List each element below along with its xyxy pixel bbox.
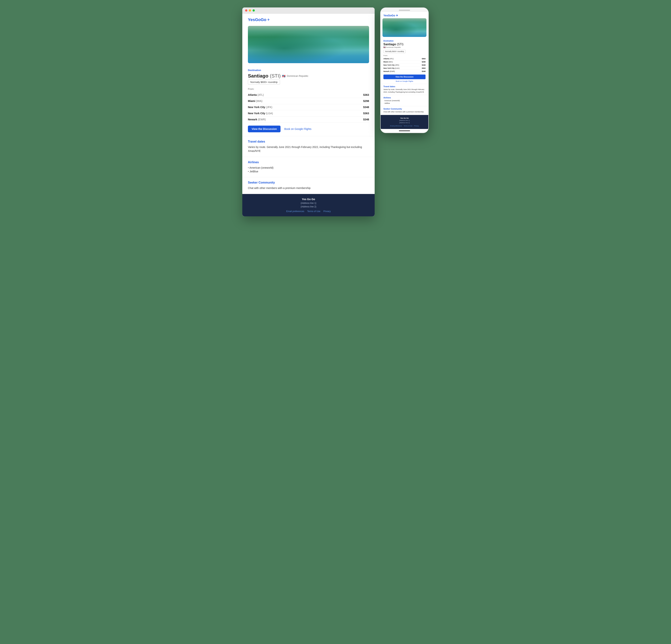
phone-flight-price: $363: [422, 58, 426, 60]
phone-footer-line1: {Address line 1}: [399, 120, 410, 121]
terms-of-use-link[interactable]: Terms of Use: [307, 210, 320, 212]
flight-city: New York City: [248, 106, 265, 108]
seeker-community-title: Seeker Community: [248, 181, 369, 184]
travel-dates-title: Travel dates: [248, 140, 369, 143]
flight-origin: Atlanta (ATL): [248, 93, 264, 96]
phone-view-discussion-button[interactable]: View the Discussion: [383, 75, 426, 79]
destination-code: (STI): [270, 73, 281, 79]
desktop-browser: YesGoGo ✈ Destination Santiago (STI) 🇩🇴: [242, 8, 375, 216]
footer-company: Yes Go Go: [248, 198, 369, 201]
flight-code: (EWR): [258, 118, 266, 121]
logo-area: YesGoGo ✈: [242, 14, 375, 24]
airline-item: American (oneworld): [248, 166, 369, 170]
flight-origin: New York City (JFK): [248, 106, 272, 108]
flight-code: (MIA): [256, 100, 263, 103]
flight-origin: Newark (EWR): [248, 118, 266, 121]
flight-price: $363: [363, 93, 369, 96]
phone-logo-text: YesGoGo ✈: [383, 14, 398, 17]
flight-city: Newark: [248, 118, 257, 121]
airline-item: JetBlue: [248, 170, 369, 173]
phone-destination-label: Destination: [383, 40, 426, 42]
flight-origin: Miami (MIA): [248, 100, 263, 103]
seeker-community-text: Chat with other members with a premium m…: [248, 186, 369, 190]
phone-code: (STI): [397, 43, 404, 46]
email-content: YesGoGo ✈ Destination Santiago (STI) 🇩🇴: [242, 14, 375, 216]
phone-footer-line2: {Address line 2}: [399, 122, 410, 124]
phone-privacy-link[interactable]: Privacy: [414, 125, 419, 127]
footer-address: {Address line 1} {Address line 2}: [248, 202, 369, 208]
phone-price-badge: Normally $600+ roundtrip: [383, 50, 406, 53]
phone-country: 🇩🇴 Dominican Republic: [383, 47, 426, 48]
email-body: YesGoGo ✈ Destination Santiago (STI) 🇩🇴: [242, 14, 375, 216]
seeker-community-section: Seeker Community Chat with other members…: [242, 177, 375, 194]
phone-airlines-text: · American (oneworld)· JetBlue: [383, 100, 426, 104]
browser-dot-red[interactable]: [245, 9, 247, 12]
phone-destination-section: Destination Santiago (STI) 🇩🇴 Dominican …: [381, 38, 428, 84]
travel-dates-section: Travel dates Varies by route. Generally …: [242, 136, 375, 157]
destination-country: Dominican Republic: [287, 75, 308, 77]
destination-section: Destination Santiago (STI) 🇩🇴 Dominican …: [242, 65, 375, 136]
destination-label: Destination: [248, 69, 369, 72]
flight-city: New York City: [248, 112, 265, 115]
flight-price: $298: [363, 100, 369, 103]
phone-flight-row: New York City (JFK) $348: [383, 64, 426, 67]
phone-footer-company: Yes Go Go: [383, 117, 426, 119]
destination-city: Santiago: [248, 73, 268, 79]
phone-email-prefs-link[interactable]: Email preferences: [390, 125, 402, 127]
destination-flag: 🇩🇴: [282, 75, 286, 78]
home-bar-indicator: [399, 130, 410, 131]
logo-plane-icon: ✈: [267, 18, 270, 22]
phone-logo-area: YesGoGo ✈: [381, 12, 428, 18]
flight-origin: New York City (LGA): [248, 112, 273, 115]
phone-airlines-section: Airlines · American (oneworld)· JetBlue: [381, 95, 428, 106]
phone-travel-dates-title: Travel dates: [383, 85, 426, 88]
flight-row: Miami (MIA) $298: [248, 98, 369, 104]
phone-book-flights-button[interactable]: Book on Google Flights: [383, 80, 426, 82]
footer-links: Email preferences Terms of Use Privacy: [248, 210, 369, 212]
phone-terms-link[interactable]: Terms of Use: [404, 125, 413, 127]
phone-travel-dates-section: Travel dates Varies by route. Generally …: [381, 84, 428, 95]
phone-notch-area: [381, 8, 428, 12]
browser-dot-green[interactable]: [253, 9, 255, 12]
phone-travel-dates-text: Varies by route. Generally June 2021 thr…: [383, 88, 426, 93]
phone-destination-title: Santiago (STI): [383, 43, 426, 46]
phone-flight-price: $348: [422, 70, 426, 72]
phone-footer-address: {Address line 1} {Address line 2}: [383, 119, 426, 124]
flight-price: $348: [363, 118, 369, 121]
email-preferences-link[interactable]: Email preferences: [286, 210, 304, 212]
phone-flight-row: Atlanta (ATL) $363: [383, 57, 426, 60]
flight-price: $363: [363, 112, 369, 115]
phone-footer: Yes Go Go {Address line 1} {Address line…: [381, 115, 428, 129]
airlines-list: American (oneworld) JetBlue: [248, 166, 369, 173]
destination-title: Santiago (STI) 🇩🇴 Dominican Republic: [248, 73, 369, 79]
phone-home-bar: [381, 129, 428, 133]
logo: YesGoGo ✈: [248, 17, 369, 22]
flight-city: Atlanta: [248, 93, 257, 96]
phone-flight-price: $298: [422, 61, 426, 63]
phone-flight-row: New York City (LGA) $363: [383, 67, 426, 70]
flight-price: $348: [363, 106, 369, 108]
view-discussion-button[interactable]: View the Discussion: [248, 126, 280, 132]
hero-image: [248, 26, 369, 63]
airlines-section: Airlines American (oneworld) JetBlue: [242, 157, 375, 177]
footer-address-line1: {Address line 1}: [301, 202, 316, 204]
phone-airlines-title: Airlines: [383, 96, 426, 99]
phone-flight-city: New York City (LGA): [383, 67, 400, 69]
travel-dates-text: Varies by route. Generally June 2021 thr…: [248, 145, 369, 153]
privacy-link[interactable]: Privacy: [324, 210, 331, 212]
phone-flight-row: Miami (MIA) $298: [383, 60, 426, 64]
phone-flight-city: Atlanta (ATL): [383, 58, 394, 60]
phone-seeker-section: Seeker Community Chat with other members…: [381, 106, 428, 115]
footer-address-line2: {Address line 2}: [301, 205, 316, 208]
phone-flight-price: $363: [422, 67, 426, 69]
browser-dot-yellow[interactable]: [249, 9, 251, 12]
book-flights-button[interactable]: Book on Google Flights: [284, 127, 312, 130]
flight-code: (JFK): [266, 106, 272, 108]
phone-content: YesGoGo ✈ Destination Santiago (STI) 🇩🇴 …: [381, 12, 428, 129]
flight-row: New York City (LGA) $363: [248, 110, 369, 116]
action-buttons: View the Discussion Book on Google Fligh…: [248, 126, 369, 132]
flight-row: Newark (EWR) $348: [248, 116, 369, 123]
phone-hero-image: [382, 18, 427, 37]
phone-flight-city: Miami (MIA): [383, 61, 393, 63]
from-label: From:: [248, 88, 369, 90]
